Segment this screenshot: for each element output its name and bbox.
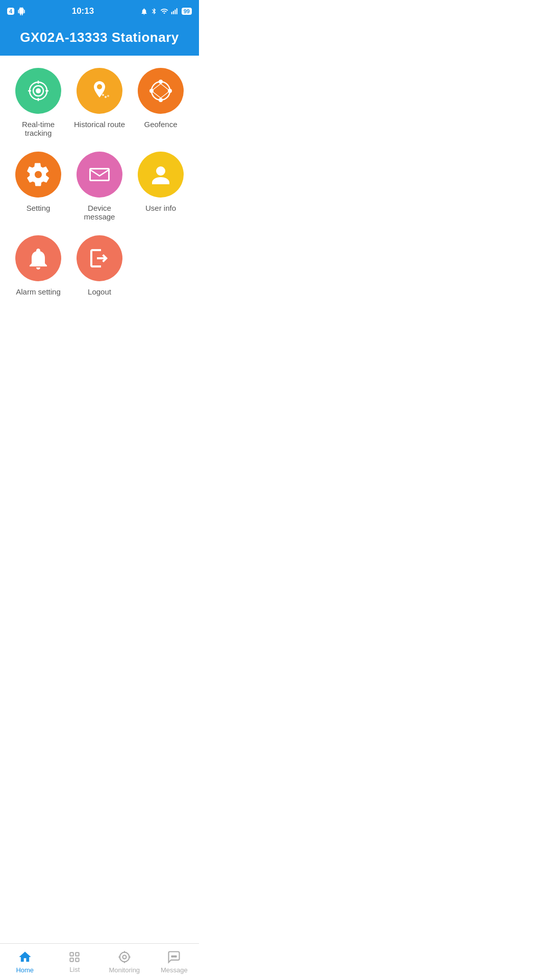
realtime-tracking-button[interactable]: Real-time tracking — [10, 68, 66, 137]
svg-point-12 — [102, 94, 104, 96]
wifi-icon — [160, 7, 168, 15]
geofence-label: Geofence — [144, 120, 177, 129]
home-icon — [18, 950, 32, 964]
envelope-icon — [87, 162, 112, 187]
monitoring-icon — [117, 950, 132, 964]
status-time: 10:13 — [72, 6, 94, 16]
menu-grid: Real-time tracking Historical route — [0, 56, 199, 296]
signal-icon — [171, 7, 179, 15]
realtime-tracking-icon-circle — [15, 68, 61, 114]
bell-icon — [26, 246, 51, 271]
target-icon — [26, 79, 51, 103]
user-info-icon-circle — [138, 152, 184, 198]
nav-monitoring-label: Monitoring — [109, 966, 140, 974]
nav-list[interactable]: List — [50, 944, 100, 980]
alarm-icon — [140, 8, 148, 15]
logout-label: Logout — [88, 287, 111, 296]
svg-point-4 — [36, 88, 41, 93]
alarm-setting-icon-circle — [15, 235, 61, 281]
svg-point-37 — [176, 956, 177, 957]
bluetooth-icon — [151, 8, 158, 15]
svg-rect-1 — [173, 11, 174, 14]
message-icon — [167, 950, 181, 964]
logout-icon-circle — [77, 235, 122, 281]
status-right: 99 — [140, 7, 192, 15]
nav-home-label: Home — [16, 966, 34, 974]
setting-button[interactable]: Setting — [10, 152, 66, 221]
setting-label: Setting — [27, 204, 51, 212]
geofence-button[interactable]: Geofence — [133, 68, 189, 137]
geofence-icon — [147, 78, 174, 104]
device-message-button[interactable]: Device message — [71, 152, 128, 221]
svg-point-36 — [173, 956, 174, 957]
battery-badge: 99 — [182, 8, 192, 15]
svg-point-17 — [159, 98, 163, 102]
nav-list-label: List — [69, 966, 80, 973]
nav-message-label: Message — [161, 966, 188, 974]
svg-point-13 — [105, 96, 107, 98]
android-icon — [17, 7, 26, 15]
svg-rect-25 — [70, 952, 74, 956]
geofence-icon-circle — [138, 68, 184, 114]
svg-rect-27 — [70, 958, 74, 962]
status-left: 4 — [7, 7, 26, 15]
logout-icon — [87, 246, 112, 271]
user-info-button[interactable]: User info — [133, 152, 189, 221]
svg-point-11 — [97, 84, 102, 89]
svg-point-30 — [122, 955, 126, 959]
list-icon — [68, 950, 81, 964]
setting-icon-circle — [15, 152, 61, 198]
historical-route-icon-circle — [77, 68, 122, 114]
svg-rect-0 — [171, 12, 172, 14]
nav-monitoring[interactable]: Monitoring — [99, 944, 149, 980]
svg-rect-3 — [176, 8, 177, 14]
svg-point-29 — [119, 952, 129, 962]
bottom-nav: Home List Monitoring Message — [0, 943, 199, 980]
nav-home[interactable]: Home — [0, 944, 50, 980]
page-title: GX02A-13333 Stationary — [0, 30, 199, 45]
svg-point-35 — [172, 956, 173, 957]
device-message-icon-circle — [77, 152, 122, 198]
app-header: GX02A-13333 Stationary — [0, 22, 199, 56]
route-icon — [87, 78, 112, 104]
status-bar: 4 10:13 99 — [0, 0, 199, 22]
svg-point-24 — [156, 166, 165, 176]
alarm-setting-button[interactable]: Alarm setting — [10, 235, 66, 296]
svg-rect-2 — [174, 10, 176, 14]
device-message-label: Device message — [71, 204, 128, 221]
svg-point-15 — [152, 82, 170, 100]
svg-point-14 — [107, 95, 109, 97]
historical-route-button[interactable]: Historical route — [71, 68, 128, 137]
notification-badge: 4 — [7, 8, 14, 15]
nav-message[interactable]: Message — [149, 944, 199, 980]
svg-rect-26 — [76, 952, 79, 956]
user-icon — [148, 162, 173, 187]
svg-point-16 — [159, 80, 163, 84]
gear-icon — [26, 162, 51, 187]
alarm-setting-label: Alarm setting — [16, 287, 61, 296]
user-info-label: User info — [145, 204, 176, 212]
svg-rect-28 — [76, 958, 79, 962]
historical-route-label: Historical route — [74, 120, 125, 129]
realtime-tracking-label: Real-time tracking — [10, 120, 66, 137]
logout-button[interactable]: Logout — [71, 235, 128, 296]
